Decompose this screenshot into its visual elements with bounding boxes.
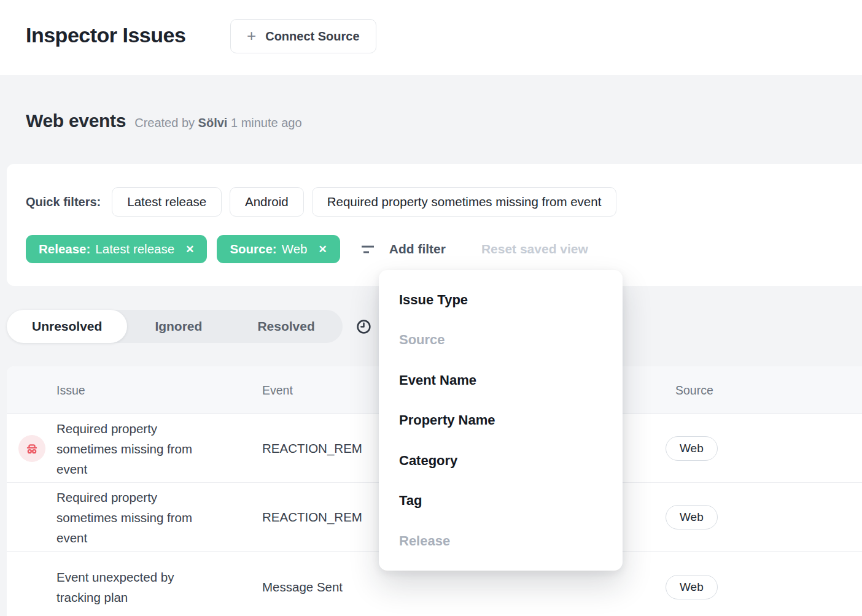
- view-created-meta: Created by Sölvi 1 minute ago: [134, 116, 301, 130]
- quick-filter-latest-release[interactable]: Latest release: [112, 187, 222, 217]
- view-title: Web events: [26, 110, 126, 131]
- clock-icon: [356, 319, 371, 334]
- top-bar: Inspector Issues + Connect Source: [0, 0, 862, 75]
- issue-description: Required property sometimes missing from…: [56, 487, 203, 547]
- dropdown-item-source: Source: [379, 320, 623, 361]
- connect-source-label: Connect Source: [265, 29, 359, 44]
- close-icon[interactable]: ✕: [318, 243, 327, 256]
- status-tabs-row: Unresolved Ignored Resolved Past: [7, 310, 410, 343]
- chip-value: Latest release: [95, 242, 174, 256]
- incognito-issue-icon: [18, 435, 45, 462]
- reset-saved-view-button[interactable]: Reset saved view: [481, 242, 588, 256]
- add-filter-label: Add filter: [389, 242, 446, 256]
- source-badge: Web: [666, 505, 718, 529]
- tab-unresolved[interactable]: Unresolved: [7, 310, 127, 343]
- status-segmented-control: Unresolved Ignored Resolved: [7, 310, 343, 343]
- filter-chip-source[interactable]: Source: Web ✕: [217, 235, 340, 263]
- chip-label: Source:: [230, 242, 276, 256]
- event-name: REACTION_REM: [262, 441, 362, 456]
- tab-resolved[interactable]: Resolved: [230, 310, 342, 343]
- view-header: Web events Created by Sölvi 1 minute ago: [26, 110, 302, 131]
- filters-card: Quick filters: Latest release Android Re…: [7, 164, 862, 286]
- dropdown-item-event-name[interactable]: Event Name: [379, 360, 623, 401]
- dropdown-item-tag[interactable]: Tag: [379, 481, 623, 522]
- filter-icon: [360, 241, 376, 257]
- event-name: Message Sent: [262, 580, 343, 595]
- created-suffix: 1 minute ago: [231, 116, 302, 129]
- chip-value: Web: [282, 242, 308, 256]
- dropdown-item-property-name[interactable]: Property Name: [379, 401, 623, 441]
- dropdown-item-category[interactable]: Category: [379, 441, 623, 481]
- issue-description: Required property sometimes missing from…: [56, 418, 203, 479]
- quick-filter-android[interactable]: Android: [230, 187, 304, 217]
- plus-icon: +: [247, 28, 256, 44]
- column-header-source: Source: [675, 383, 713, 397]
- chip-label: Release:: [39, 242, 90, 256]
- event-name: REACTION_REM: [262, 510, 362, 525]
- close-icon[interactable]: ✕: [185, 243, 194, 256]
- quick-filter-required-property[interactable]: Required property sometimes missing from…: [312, 187, 617, 217]
- column-header-issue: Issue: [56, 383, 85, 397]
- inspector-issues-page: Inspector Issues + Connect Source Web ev…: [0, 0, 862, 616]
- created-prefix: Created by: [134, 116, 195, 129]
- active-filters-row: Release: Latest release ✕ Source: Web ✕ …: [26, 235, 588, 263]
- dropdown-item-issue-type[interactable]: Issue Type: [379, 280, 623, 320]
- source-badge: Web: [666, 575, 718, 599]
- add-filter-dropdown: Issue Type Source Event Name Property Na…: [379, 270, 623, 571]
- source-badge: Web: [666, 436, 718, 461]
- dropdown-item-release: Release: [379, 521, 623, 561]
- author-name: Sölvi: [198, 116, 228, 129]
- add-filter-button[interactable]: Add filter: [360, 241, 446, 257]
- tab-ignored[interactable]: Ignored: [127, 310, 230, 343]
- connect-source-button[interactable]: + Connect Source: [230, 19, 376, 53]
- page-title: Inspector Issues: [26, 23, 185, 47]
- quick-filters-row: Quick filters: Latest release Android Re…: [26, 187, 616, 217]
- issue-description: Event unexpected by tracking plan: [56, 567, 203, 607]
- column-header-event: Event: [262, 383, 293, 397]
- quick-filters-label: Quick filters:: [26, 195, 101, 209]
- filter-chip-release[interactable]: Release: Latest release ✕: [26, 235, 207, 263]
